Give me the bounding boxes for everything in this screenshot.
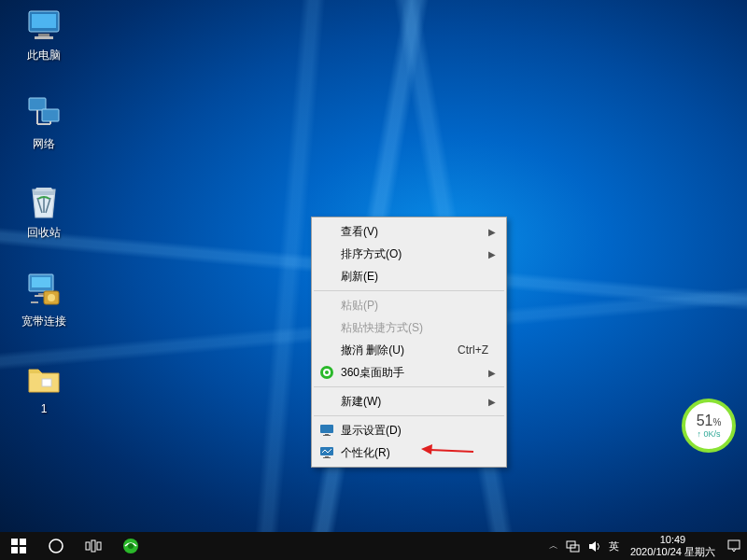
svg-rect-2 <box>38 34 49 36</box>
menu-item-label: 粘贴快捷方式(S) <box>341 320 423 336</box>
menu-item-view[interactable]: 查看(V)▶ <box>313 220 505 243</box>
taskbar: ︿ 英 10:49 2020/10/24 星期六 <box>0 532 747 560</box>
svg-rect-4 <box>29 98 46 110</box>
menu-item-label: 个性化(R) <box>341 445 390 461</box>
svg-rect-19 <box>320 425 333 433</box>
desktop-icon-this-pc[interactable]: 此电脑 <box>9 5 78 79</box>
desktop-icon-recycle-bin[interactable]: 回收站 <box>9 182 78 257</box>
icon-label: 宽带连接 <box>21 314 66 329</box>
menu-item-label: 新建(W) <box>341 394 381 410</box>
system-tray: ︿ 英 <box>543 539 625 553</box>
start-button[interactable] <box>0 532 37 560</box>
svg-rect-5 <box>42 109 59 121</box>
chevron-right-icon: ▶ <box>488 249 496 259</box>
chevron-right-icon: ▶ <box>488 397 496 407</box>
svg-rect-34 <box>97 542 101 550</box>
icon-label: 网络 <box>33 136 55 152</box>
menu-item-label: 显示设置(D) <box>341 423 402 439</box>
windows-logo-icon <box>11 539 26 553</box>
menu-item-display-settings[interactable]: 显示设置(D) <box>313 419 505 441</box>
personalize-icon <box>319 445 334 460</box>
desktop-context-menu: 查看(V)▶ 排序方式(O)▶ 刷新(E) 粘贴(P) 粘贴快捷方式(S) 撤消… <box>311 217 507 468</box>
menu-item-new[interactable]: 新建(W)▶ <box>313 390 505 413</box>
svg-rect-30 <box>20 547 26 553</box>
svg-rect-3 <box>35 36 53 39</box>
this-pc-icon <box>24 5 63 44</box>
task-view-button[interactable] <box>75 532 112 560</box>
360-icon <box>319 365 334 380</box>
clock-date: 2020/10/24 星期六 <box>630 546 715 558</box>
menu-item-360-assistant[interactable]: 360桌面助手▶ <box>313 361 505 384</box>
desktop-icon-folder-1[interactable]: 1 <box>9 359 78 434</box>
browser-icon <box>121 537 140 555</box>
menu-item-label: 撤消 删除(U) <box>341 343 404 358</box>
menu-item-undo-delete[interactable]: 撤消 删除(U)Ctrl+Z <box>313 339 505 361</box>
svg-point-31 <box>49 539 63 553</box>
menu-separator <box>314 386 504 387</box>
folder-icon <box>24 359 63 399</box>
desktop[interactable]: 此电脑 网络 回收站 宽带连接 1 查看(V)▶ <box>0 0 747 532</box>
desktop-icon-network[interactable]: 网络 <box>9 93 78 168</box>
cortana-button[interactable] <box>37 532 75 560</box>
menu-item-label: 查看(V) <box>341 224 378 240</box>
desktop-icon-broadband[interactable]: 宽带连接 <box>9 271 78 345</box>
svg-point-14 <box>48 294 55 301</box>
svg-rect-29 <box>11 547 18 553</box>
menu-shortcut: Ctrl+Z <box>458 343 488 357</box>
cortana-icon <box>48 538 64 554</box>
svg-rect-28 <box>20 539 26 545</box>
svg-rect-10 <box>32 277 50 287</box>
menu-item-paste-shortcut: 粘贴快捷方式(S) <box>313 316 505 339</box>
recycle-bin-icon <box>24 182 63 221</box>
clock-time: 10:49 <box>630 534 715 546</box>
menu-separator <box>314 290 504 291</box>
tray-overflow-chevron-icon[interactable]: ︿ <box>549 539 558 553</box>
menu-item-label: 粘贴(P) <box>341 298 378 314</box>
desktop-icon-grid: 此电脑 网络 回收站 宽带连接 1 <box>9 5 78 448</box>
network-tray-icon[interactable] <box>566 539 580 553</box>
icon-label: 此电脑 <box>27 48 61 63</box>
menu-item-paste: 粘贴(P) <box>313 294 505 316</box>
svg-rect-11 <box>38 293 44 295</box>
svg-point-36 <box>128 543 134 549</box>
menu-item-label: 排序方式(O) <box>341 246 402 262</box>
svg-rect-15 <box>42 379 51 386</box>
ime-indicator[interactable]: 英 <box>609 539 619 553</box>
chevron-right-icon: ▶ <box>488 227 496 237</box>
icon-label: 1 <box>41 402 48 415</box>
svg-rect-23 <box>325 456 329 457</box>
network-speed-widget[interactable]: 51% ↑ 0K/s <box>682 399 736 453</box>
widget-speed: ↑ 0K/s <box>697 429 720 439</box>
menu-item-label: 360桌面助手 <box>341 365 404 381</box>
volume-tray-icon[interactable] <box>587 539 601 553</box>
svg-rect-27 <box>11 539 18 545</box>
svg-point-18 <box>325 371 329 374</box>
icon-label: 回收站 <box>27 225 61 241</box>
chevron-right-icon: ▶ <box>488 368 496 378</box>
svg-rect-33 <box>92 540 95 552</box>
network-icon <box>24 93 63 133</box>
action-center-button[interactable] <box>721 532 747 560</box>
svg-rect-1 <box>32 14 56 28</box>
broadband-icon <box>24 271 63 310</box>
menu-item-personalize[interactable]: 个性化(R) <box>313 441 505 464</box>
svg-rect-20 <box>325 434 329 435</box>
menu-separator <box>314 415 504 416</box>
svg-rect-32 <box>86 542 90 550</box>
display-settings-icon <box>319 423 334 438</box>
menu-item-label: 刷新(E) <box>341 269 378 285</box>
task-view-icon <box>85 539 102 553</box>
notification-icon <box>726 539 741 553</box>
menu-item-sort[interactable]: 排序方式(O)▶ <box>313 243 505 265</box>
svg-rect-21 <box>323 435 331 436</box>
menu-item-refresh[interactable]: 刷新(E) <box>313 265 505 287</box>
svg-rect-39 <box>728 540 740 549</box>
taskbar-clock[interactable]: 10:49 2020/10/24 星期六 <box>625 534 721 558</box>
widget-percent: 51% <box>697 413 722 429</box>
taskbar-app-browser[interactable] <box>112 532 149 560</box>
svg-rect-24 <box>323 457 331 458</box>
